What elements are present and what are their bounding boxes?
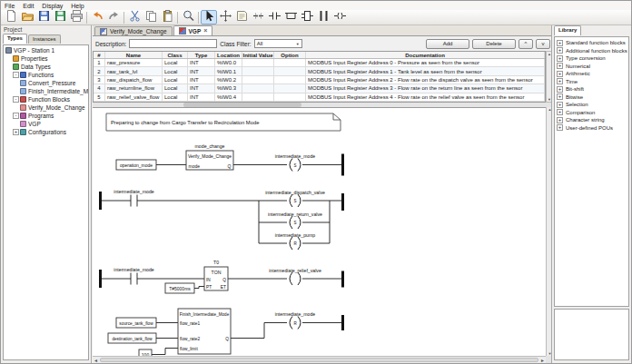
library-item-standard-function-blocks[interactable]: +Standard function blocks bbox=[555, 39, 628, 47]
toolbar-paste-button[interactable] bbox=[159, 10, 175, 25]
ld-variable[interactable]: source_tank_flow bbox=[116, 318, 156, 328]
tree-item-convert-pressure[interactable]: Convert_Pressure bbox=[4, 79, 88, 87]
table-cell[interactable]: INT bbox=[188, 67, 215, 74]
ld-block[interactable]: T0TONINPTQET bbox=[204, 260, 228, 290]
table-cell[interactable] bbox=[274, 67, 306, 74]
toolbar-power-rail-tool-button[interactable] bbox=[315, 10, 331, 25]
ld-contact[interactable]: intermediate_mode bbox=[114, 189, 154, 207]
library-item-arithmetic[interactable]: +Arithmetic bbox=[555, 70, 628, 78]
expand-icon[interactable]: + bbox=[557, 63, 563, 69]
ld-coil[interactable]: intermediate_modeR bbox=[275, 311, 316, 330]
ld-block[interactable]: Finish_Intermediate_Modeflow_rate1flow_r… bbox=[178, 309, 231, 354]
toolbar-branch-tool-button[interactable] bbox=[282, 10, 299, 25]
toolbar-copy-button[interactable] bbox=[143, 10, 159, 25]
table-cell[interactable]: INT bbox=[188, 84, 215, 92]
table-cell[interactable]: %IW0.1 bbox=[215, 67, 242, 74]
table-cell[interactable]: 2 bbox=[94, 67, 105, 74]
tree-item-configurations[interactable]: +Configurations bbox=[4, 128, 88, 136]
toolbar-undo-button[interactable] bbox=[89, 10, 105, 25]
ld-coil[interactable]: intermediate_relief_valve bbox=[269, 268, 321, 286]
library-item-comparison[interactable]: +Comparison bbox=[555, 109, 628, 117]
library-item-time[interactable]: +Time bbox=[555, 78, 628, 86]
table-cell[interactable] bbox=[242, 67, 274, 74]
toolbar-coil-tool-button[interactable] bbox=[331, 10, 348, 25]
library-item-selection[interactable]: +Selection bbox=[555, 101, 628, 109]
table-cell[interactable]: INT bbox=[188, 59, 215, 66]
expand-icon[interactable]: + bbox=[557, 109, 563, 115]
expand-icon[interactable]: + bbox=[557, 93, 563, 100]
table-cell[interactable]: %IW0.2 bbox=[215, 76, 242, 84]
table-cell[interactable]: Local bbox=[163, 93, 188, 101]
table-cell[interactable]: MODBUS Input Register Address 2 - Flow r… bbox=[306, 76, 545, 84]
expand-icon[interactable]: + bbox=[557, 86, 563, 93]
collapse-icon[interactable]: - bbox=[13, 113, 19, 119]
table-cell[interactable]: raw_relief_valve_flow bbox=[105, 93, 163, 101]
class-filter-dropdown[interactable]: All ▼ bbox=[254, 39, 302, 48]
table-cell[interactable]: Local bbox=[163, 67, 188, 74]
table-cell[interactable] bbox=[242, 84, 274, 92]
tree-item-function-blocks[interactable]: -Function Blocks bbox=[4, 95, 88, 103]
delete-button[interactable]: Delete bbox=[472, 39, 516, 49]
table-cell[interactable] bbox=[274, 93, 306, 101]
scroll-right-icon[interactable]: ► bbox=[540, 358, 545, 363]
ld-coil[interactable]: intermediate_dispatch_valveS bbox=[265, 190, 325, 208]
tree-item-functions[interactable]: -Functions bbox=[4, 71, 88, 79]
ld-coil[interactable]: intermediate_return_valveS bbox=[268, 212, 322, 230]
toolbar-save-button[interactable] bbox=[35, 10, 52, 25]
library-item-numerical[interactable]: +Numerical bbox=[555, 63, 628, 71]
toolbar-save-as-button[interactable] bbox=[52, 10, 68, 25]
move-up-button[interactable]: ^ bbox=[518, 39, 533, 49]
tree-item-vgp[interactable]: VGP bbox=[4, 120, 88, 128]
table-cell[interactable]: 1 bbox=[94, 59, 105, 66]
library-item-bit-shift[interactable]: +Bit-shift bbox=[555, 85, 628, 93]
expand-icon[interactable]: + bbox=[557, 47, 563, 54]
ld-variable[interactable]: operation_mode bbox=[116, 160, 156, 170]
scrollbar-thumb[interactable] bbox=[100, 358, 538, 362]
menu-file[interactable]: File bbox=[5, 3, 15, 9]
tree-item-data-types[interactable]: Data Types bbox=[4, 63, 88, 71]
scroll-left-icon[interactable]: ◄ bbox=[94, 358, 98, 363]
table-cell[interactable]: MODBUS Input Register Address 4 - Flow r… bbox=[306, 93, 545, 101]
ld-variable[interactable]: T#5000ms bbox=[165, 283, 194, 293]
toolbar-cut-button[interactable] bbox=[126, 10, 143, 25]
ld-block[interactable]: mode_changeVerify_Mode_ChangemodeQ bbox=[186, 143, 233, 170]
tree-item-properties[interactable]: Properties bbox=[4, 54, 88, 63]
menu-edit[interactable]: Edit bbox=[23, 3, 34, 9]
library-item-type-conversion[interactable]: +Type conversion bbox=[555, 54, 628, 63]
table-cell[interactable]: %IW0.3 bbox=[215, 84, 242, 92]
expand-icon[interactable]: + bbox=[557, 124, 563, 131]
tree-item-vgp-station-1[interactable]: VGP - Station 1 bbox=[4, 46, 88, 54]
table-cell[interactable]: raw_tank_lvl bbox=[105, 67, 163, 74]
toolbar-search-button[interactable] bbox=[180, 10, 196, 25]
expand-icon[interactable]: + bbox=[557, 102, 563, 108]
table-cell[interactable]: 5 bbox=[94, 93, 105, 101]
description-input[interactable] bbox=[129, 39, 217, 48]
library-tab[interactable]: Library bbox=[554, 25, 581, 35]
toolbar-block-tool-button[interactable] bbox=[299, 10, 315, 25]
tree-item-programs[interactable]: -Programs bbox=[4, 112, 88, 120]
table-cell[interactable] bbox=[242, 59, 274, 66]
toolbar-comment-tool-button[interactable] bbox=[233, 10, 250, 25]
toolbar-open-project-button[interactable] bbox=[19, 10, 35, 25]
table-cell[interactable]: Local bbox=[163, 84, 188, 92]
expand-icon[interactable]: + bbox=[557, 78, 563, 84]
menu-display[interactable]: Display bbox=[42, 3, 63, 9]
library-item-additional-function-blocks[interactable]: +Additional function blocks bbox=[555, 47, 628, 55]
expand-icon[interactable]: + bbox=[557, 117, 563, 123]
expand-icon[interactable]: + bbox=[13, 129, 19, 135]
move-down-button[interactable]: v bbox=[536, 39, 550, 49]
ld-coil[interactable]: intermediate_modeS bbox=[275, 153, 316, 172]
toolbar-connection-tool-button[interactable] bbox=[250, 10, 266, 25]
table-cell[interactable]: raw_returnline_flow bbox=[105, 84, 163, 92]
toolbar-redo-button[interactable] bbox=[105, 10, 122, 25]
table-cell[interactable]: raw_pressure bbox=[105, 59, 163, 66]
menu-help[interactable]: Help bbox=[71, 3, 84, 9]
table-cell[interactable]: %IW0.4 bbox=[215, 93, 242, 101]
table-cell[interactable]: Local bbox=[163, 76, 188, 84]
ld-variable[interactable]: destination_tank_flow bbox=[108, 333, 156, 343]
add-button[interactable]: Add bbox=[426, 39, 469, 49]
table-cell[interactable]: MODBUS Input Register Address 0 - Pressu… bbox=[306, 59, 545, 66]
table-cell[interactable]: MODBUS Input Register Address 3 - Flow r… bbox=[306, 84, 545, 92]
table-cell[interactable]: Local bbox=[163, 59, 188, 66]
close-icon[interactable]: × bbox=[203, 28, 207, 34]
